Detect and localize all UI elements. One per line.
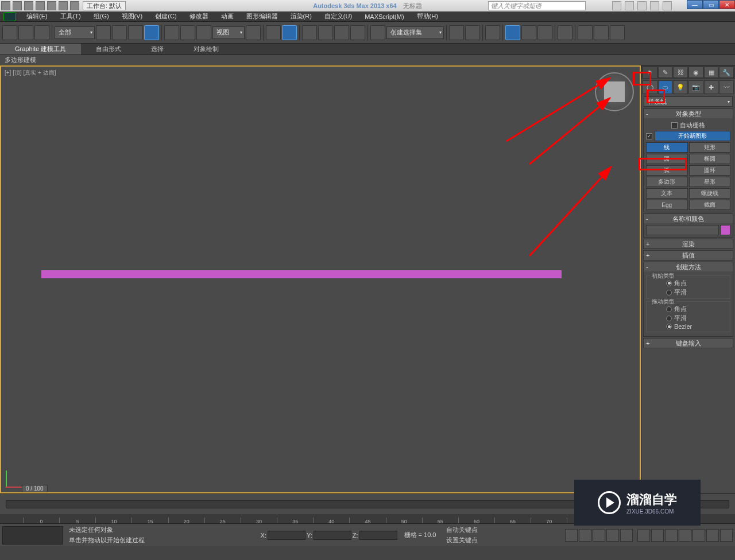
minimize-button[interactable]: —	[687, 0, 703, 9]
selection-filter[interactable]: 全部	[55, 26, 95, 39]
render-setup-icon[interactable]	[578, 25, 593, 40]
subscription-icon[interactable]	[612, 1, 621, 10]
helix-button[interactable]: 螺旋线	[689, 188, 731, 199]
named-selection-sets[interactable]: 创建选择集	[386, 26, 444, 39]
maximize-button[interactable]: ▭	[703, 0, 719, 9]
menu-tools[interactable]: 工具(T)	[55, 11, 87, 21]
startnewshape-checkbox[interactable]: ✓	[646, 133, 652, 139]
menu-grapheditors[interactable]: 图形编辑器	[241, 11, 284, 21]
display-tab-icon[interactable]: ▦	[704, 67, 719, 78]
initial-corner-radio[interactable]	[666, 281, 672, 286]
cameras-icon[interactable]: 📷	[688, 80, 703, 94]
angle-snap-icon[interactable]	[318, 25, 333, 40]
menu-create[interactable]: 创建(C)	[149, 11, 182, 21]
utilities-tab-icon[interactable]: 🔧	[719, 67, 734, 78]
zoom-extents-icon[interactable]	[665, 529, 678, 542]
percent-snap-icon[interactable]	[334, 25, 349, 40]
menu-help[interactable]: 帮助(H)	[411, 11, 444, 21]
modify-tab-icon[interactable]: ✎	[658, 67, 673, 78]
infocenter-search[interactable]: 键入关键字或短语	[488, 1, 586, 10]
bind-spacewarp-icon[interactable]	[34, 25, 49, 40]
rollout-header-creation[interactable]: -创建方法	[644, 262, 733, 271]
save-icon[interactable]	[36, 1, 45, 10]
fov-icon[interactable]	[679, 529, 691, 542]
autokey-button[interactable]: 自动关键点	[446, 526, 559, 534]
geometry-icon[interactable]: ◯	[643, 80, 657, 94]
viewcube[interactable]	[595, 72, 634, 111]
favorites-icon[interactable]	[637, 1, 647, 10]
goto-start-icon[interactable]	[565, 529, 578, 542]
redo-icon[interactable]	[59, 1, 68, 10]
snap-toggle-icon[interactable]	[302, 25, 317, 40]
rollout-header-objecttype[interactable]: -对象类型	[644, 109, 733, 118]
drag-corner-radio[interactable]	[666, 306, 672, 312]
rollout-header-namecolor[interactable]: -名称和颜色	[644, 214, 733, 223]
zoom-icon[interactable]	[637, 529, 650, 542]
rollout-header-keyentry[interactable]: +键盘输入	[644, 339, 733, 348]
y-input[interactable]	[314, 531, 351, 540]
ref-coord-system[interactable]: 视图	[212, 26, 245, 39]
lights-icon[interactable]: 💡	[673, 80, 688, 94]
new-icon[interactable]	[13, 1, 22, 10]
play-icon[interactable]	[593, 529, 605, 542]
mirror-icon[interactable]	[449, 25, 464, 40]
link-icon[interactable]	[70, 1, 79, 10]
help-icon[interactable]	[663, 1, 672, 10]
curve-editor-icon[interactable]	[521, 25, 536, 40]
setkey-button[interactable]: 设置关键点	[446, 536, 559, 545]
viewport-label[interactable]: [+] [顶] [真实 + 边面]	[5, 69, 56, 77]
app-menu-icon[interactable]	[1, 1, 10, 10]
select-link-icon[interactable]	[2, 25, 17, 40]
start-new-shape-button[interactable]: 开始新图形	[655, 131, 730, 141]
ribbon-tab-selection[interactable]: 选择	[136, 44, 179, 55]
use-pivot-center-icon[interactable]	[246, 25, 261, 40]
orbit-icon[interactable]	[706, 529, 719, 542]
ribbon-tab-freeform[interactable]: 自由形式	[81, 44, 136, 55]
section-button[interactable]: 截面	[689, 200, 731, 210]
goto-end-icon[interactable]	[620, 529, 633, 542]
donut-button[interactable]: 圆环	[689, 165, 731, 176]
workspace-selector[interactable]: 工作台: 默认	[83, 1, 126, 10]
hierarchy-tab-icon[interactable]: ⛓	[673, 67, 688, 78]
text-button[interactable]: 文本	[646, 188, 688, 199]
arc-button[interactable]: 弧	[646, 165, 688, 176]
render-production-icon[interactable]	[610, 25, 625, 40]
menu-modifiers[interactable]: 修改器	[184, 11, 214, 21]
schematic-view-icon[interactable]	[537, 25, 552, 40]
helpers-icon[interactable]: ✚	[704, 80, 719, 94]
spacewarps-icon[interactable]: 〰	[719, 80, 734, 94]
menu-customize[interactable]: 自定义(U)	[319, 11, 358, 21]
x-input[interactable]	[268, 531, 305, 540]
line-button[interactable]: 线	[646, 142, 688, 153]
pan-icon[interactable]	[693, 529, 705, 542]
drag-smooth-radio[interactable]	[666, 316, 672, 321]
select-rotate-icon[interactable]	[180, 25, 195, 40]
motion-tab-icon[interactable]: ◉	[688, 67, 703, 78]
close-button[interactable]: ✕	[719, 0, 735, 9]
layer-manager-icon[interactable]	[485, 25, 500, 40]
rollout-header-render[interactable]: +渲染	[644, 239, 733, 248]
star-button[interactable]: 星形	[689, 177, 731, 187]
menu-animation[interactable]: 动画	[215, 11, 239, 21]
autogrid-checkbox[interactable]	[671, 122, 678, 129]
select-scale-icon[interactable]	[196, 25, 211, 40]
open-icon[interactable]	[24, 1, 33, 10]
menu-edit[interactable]: 编辑(E)	[21, 11, 53, 21]
circle-button[interactable]: 圆	[646, 154, 688, 164]
maxscript-listener[interactable]	[2, 526, 63, 545]
menu-group[interactable]: 组(G)	[88, 11, 115, 21]
ribbon-tab-graphite[interactable]: Graphite 建模工具	[0, 44, 81, 55]
drag-bezier-radio[interactable]	[666, 324, 672, 329]
material-editor-icon[interactable]	[558, 25, 572, 40]
graphite-toggle-icon[interactable]	[505, 25, 520, 40]
edit-named-sel-icon[interactable]	[370, 25, 385, 40]
shapes-icon[interactable]: ⬭	[658, 80, 673, 94]
exchange-icon[interactable]	[625, 1, 634, 10]
select-object-icon[interactable]	[96, 25, 111, 40]
ellipse-button[interactable]: 椭圆	[689, 154, 731, 164]
align-icon[interactable]	[465, 25, 480, 40]
object-color-swatch[interactable]	[720, 225, 730, 235]
maximize-viewport-icon[interactable]	[720, 529, 733, 542]
prev-frame-icon[interactable]	[579, 529, 591, 542]
undo-icon[interactable]	[47, 1, 56, 10]
